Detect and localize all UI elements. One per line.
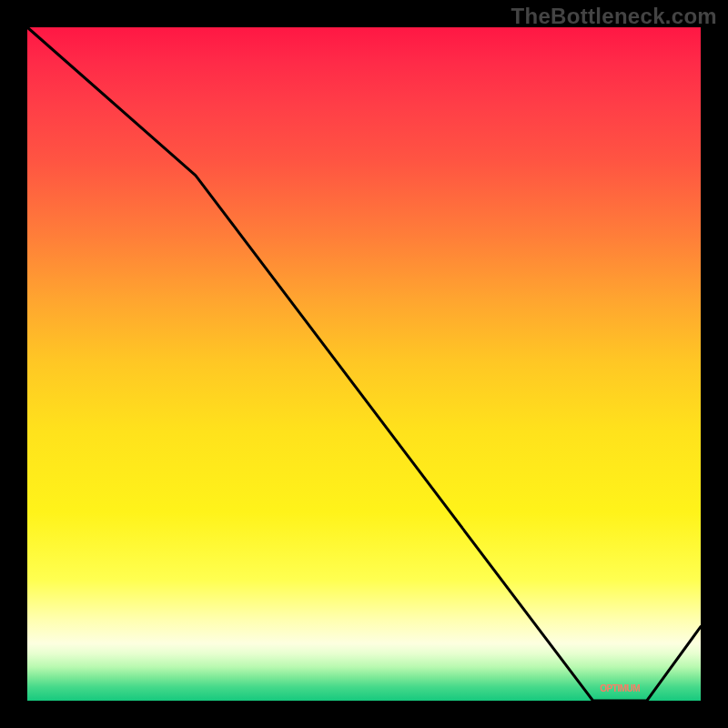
plot-background (27, 27, 701, 701)
optimum-marker-label: OPTIMUM (600, 683, 640, 693)
bottleneck-chart: OPTIMUM (0, 0, 728, 728)
